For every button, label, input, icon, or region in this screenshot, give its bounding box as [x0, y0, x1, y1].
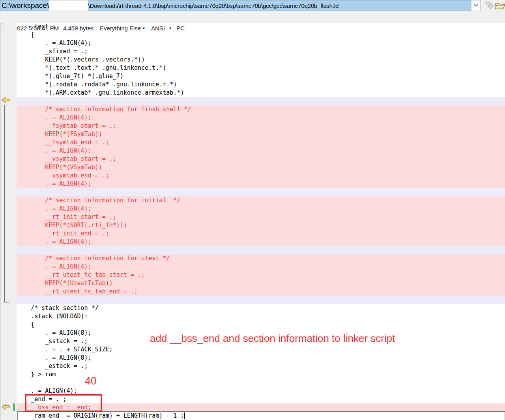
cutoff-toolbar-fragment	[503, 4, 505, 5]
code-line[interactable]: KEEP(*(VSymTab))	[17, 163, 505, 172]
editpad-window: C:\workspace\ \Downloads\rt-thread-4.1.0…	[0, 0, 505, 420]
annotation-number: 40	[85, 375, 97, 387]
code-line[interactable]: . = ALIGN(4);	[17, 39, 505, 47]
code-line[interactable]: {	[17, 321, 505, 329]
code-line[interactable]: KEEP(*(FSymTab))	[17, 130, 505, 138]
toolbar-separator-notch	[2, 23, 2, 25]
code-line[interactable]: __rt_init_end = .;	[17, 230, 505, 238]
code-line[interactable]: __rt_init_start = .;	[17, 213, 505, 221]
code-line[interactable]: KEEP(*(UtestTcTab))	[17, 279, 505, 287]
change-marker	[13, 403, 15, 411]
annotation-highlight-box	[25, 394, 102, 412]
code-line[interactable]	[17, 246, 505, 254]
annotation-note: add __bss_end and section information to…	[150, 332, 395, 345]
path-combobox[interactable]: C:\workspace\ \Downloads\rt-thread-4.1.0…	[0, 0, 481, 11]
path-toolbar: C:\workspace\ \Downloads\rt-thread-4.1.0…	[0, 0, 505, 23]
code-line[interactable]: _estack = .;	[17, 362, 505, 370]
current-line-box	[17, 411, 505, 420]
path-text-prefix: C:\workspace\	[0, 0, 49, 11]
chevron-down-icon	[473, 4, 479, 7]
status-bar: 4/3/2022 5:58:41 PM 4,459 bytes Everythi…	[0, 11, 505, 23]
code-line[interactable]: *(.ARM.extab* .gnu.linkonce.armextab.*)	[17, 89, 505, 97]
code-line[interactable]: . = ALIGN(8);	[17, 354, 505, 362]
code-line[interactable]: . = ALIGN(4);	[17, 205, 505, 213]
code-line[interactable]: /* section information for finsh shell *…	[17, 105, 505, 114]
code-line[interactable]: . = ALIGN(4);	[17, 263, 505, 271]
code-line[interactable]: __fsymtab_end = .;	[17, 138, 505, 147]
code-line[interactable]: . = ALIGN(4);	[17, 180, 505, 188]
jump-back-arrow-icon	[2, 97, 10, 103]
code-line[interactable]: __fsymtab_start = .;	[17, 122, 505, 130]
code-line[interactable]: __vsymtab_end = .;	[17, 172, 505, 180]
code-line[interactable]: /* section information for utest */	[17, 254, 505, 263]
code-line[interactable]: __rt_utest_tc_tab_start = .;	[17, 271, 505, 279]
code-line[interactable]	[17, 188, 505, 196]
code-line[interactable]: __vsymtab_start = .;	[17, 155, 505, 163]
open-folder-icon	[494, 1, 505, 11]
window-left-border	[0, 23, 0, 420]
code-line[interactable]: . = ALIGN(4);	[17, 147, 505, 155]
code-line[interactable]: . = ALIGN(4);	[17, 238, 505, 246]
code-lines[interactable]: .text : { . = ALIGN(4); _sfixed = .; KEE…	[17, 22, 505, 420]
text-cursor	[184, 413, 185, 419]
code-line[interactable]: . = . + STACK_SIZE;	[17, 345, 505, 354]
code-line[interactable]: {	[17, 31, 505, 39]
code-line[interactable]: *(.rodata .rodata* .gnu.linkonce.r.*)	[17, 80, 505, 89]
selection-fill	[339, 0, 471, 11]
browse-files-button[interactable]	[494, 1, 505, 11]
code-line[interactable]: /* stack section */	[17, 304, 505, 312]
code-line[interactable]: KEEP(*(SORT(.rti_fn*)))	[17, 221, 505, 230]
path-text-suffix: \Downloads\rt-thread-4.1.0\bsp\microchip…	[88, 0, 339, 11]
code-line[interactable]: *(.glue_7t) *(.glue_7)	[17, 72, 505, 80]
gutter	[0, 23, 17, 420]
code-line[interactable]	[17, 97, 505, 105]
code-line[interactable]	[17, 296, 505, 304]
code-line[interactable]: . = ALIGN(4);	[17, 114, 505, 122]
code-line[interactable]: *(.text .text.* .gnu.linkonce.t.*)	[17, 64, 505, 72]
follow-file-button	[484, 1, 494, 11]
code-line[interactable]: .text :	[17, 22, 505, 31]
diff-bracket-foot	[4, 302, 9, 302]
code-line[interactable]: /* section information for initial. */	[17, 196, 505, 205]
toolbar-separator	[2, 23, 505, 23]
jump-back-arrow-icon	[2, 404, 10, 410]
curved-arrow-icon	[484, 1, 494, 10]
code-line[interactable]: .stack (NOLOAD):	[17, 312, 505, 321]
diff-bracket-line	[4, 105, 5, 302]
redacted-path-segment	[49, 0, 88, 11]
path-dropdown-button[interactable]	[472, 2, 479, 9]
code-line[interactable]: _sfixed = .;	[17, 47, 505, 56]
code-line[interactable]: __rt_utest_tc_tab_end = .;	[17, 287, 505, 296]
code-line[interactable]: KEEP(*(.vectors .vectors.*))	[17, 56, 505, 64]
